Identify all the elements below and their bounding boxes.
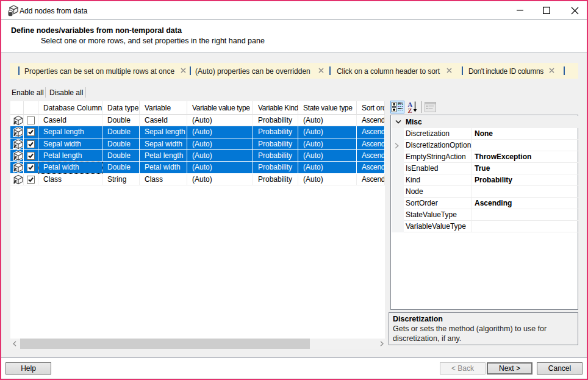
- svg-text:Z: Z: [408, 107, 412, 114]
